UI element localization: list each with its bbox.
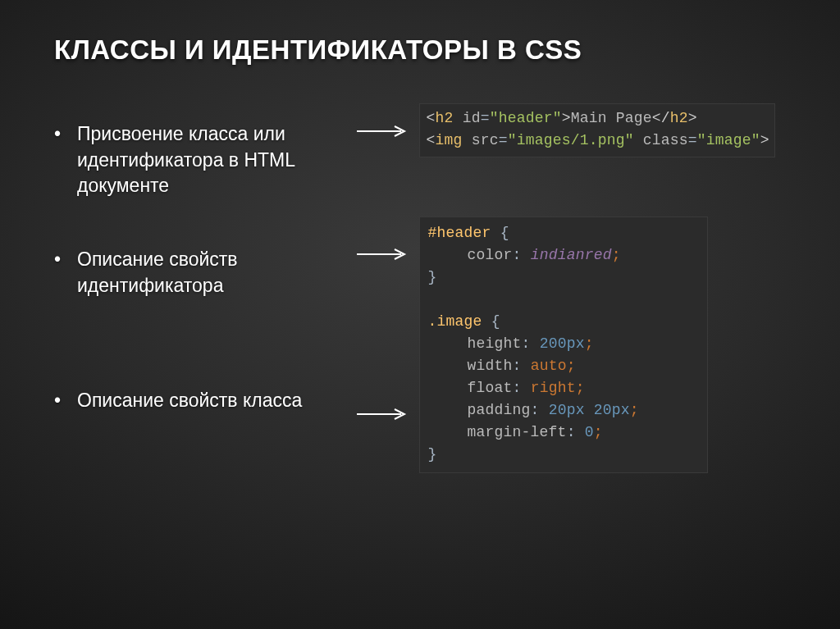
bullet-item-1: Присвоение класса или идентификатора в H… [54, 121, 368, 199]
bullet-item-3: Описание свойств класса [54, 388, 368, 414]
slide: КЛАССЫ И ИДЕНТИФИКАТОРЫ В CSS Присвоение… [0, 0, 840, 629]
left-column: Присвоение класса или идентификатора в H… [51, 121, 368, 461]
slide-title: КЛАССЫ И ИДЕНТИФИКАТОРЫ В CSS [54, 34, 799, 66]
arrow-icon [357, 125, 411, 129]
arrow-icon [357, 408, 411, 412]
html-code-block: <h2 id="header">Main Page</h2> <img src=… [419, 103, 775, 157]
bullet-item-2: Описание свойств идентификатора [54, 247, 368, 299]
bullet-list: Присвоение класса или идентификатора в H… [54, 121, 368, 413]
content-row: Присвоение класса или идентификатора в H… [51, 121, 799, 461]
arrow-icon [357, 248, 411, 252]
css-code-block: #header { color: indianred; } .image { h… [419, 217, 708, 473]
right-column: <h2 id="header">Main Page</h2> <img src=… [377, 121, 799, 461]
